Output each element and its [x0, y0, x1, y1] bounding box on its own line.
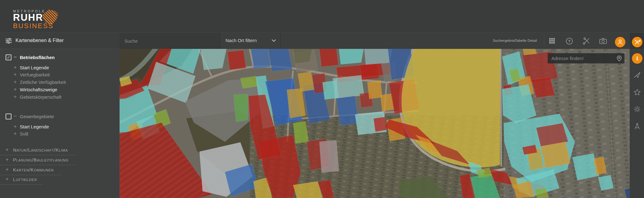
map-canvas[interactable] [120, 49, 630, 198]
aerial-map-with-parcel-overlay [120, 49, 630, 198]
layer-item-start-legende[interactable]: + Start Legende [0, 64, 120, 71]
expand-toggle[interactable]: + [14, 64, 17, 71]
aerial-grain-overlay [120, 49, 630, 198]
search-input[interactable] [120, 33, 220, 49]
table-icon[interactable] [548, 37, 557, 45]
link-suchergebnis[interactable]: Suchergebnis [493, 39, 515, 42]
checkbox-unchecked[interactable] [6, 114, 11, 119]
tools-button[interactable] [632, 37, 642, 47]
measure-icon[interactable] [633, 123, 641, 130]
expand-toggle[interactable]: + [6, 147, 9, 153]
layer-group-gewerbegebiete[interactable]: − Gewerbegebiete [0, 113, 120, 120]
collapse-toggle[interactable]: − [14, 54, 17, 60]
info-button[interactable]: i [632, 53, 642, 64]
toolbar-divider [544, 35, 544, 48]
checkbox-checked[interactable]: ✓ [6, 54, 11, 60]
toolbar: Kartenebenen & Filter Nach Ort filtern S… [0, 32, 644, 49]
tools-icon [634, 39, 641, 45]
scissors-icon[interactable] [582, 37, 591, 45]
user-account-button[interactable] [615, 37, 625, 47]
ruhr-region-hatched-logo-icon [42, 9, 59, 27]
expand-toggle[interactable]: + [14, 123, 17, 130]
help-icon[interactable]: ? [565, 37, 574, 45]
expand-toggle[interactable]: + [14, 86, 17, 93]
user-icon [617, 39, 624, 45]
settings-icon[interactable] [633, 105, 641, 113]
map-tools-rail: i [630, 49, 644, 198]
layer-item-wirtschaftszweige[interactable]: + Wirtschaftszweige [0, 86, 120, 93]
navigate-icon[interactable] [633, 71, 641, 79]
section-divider [0, 175, 61, 175]
layers-panel-header[interactable]: Kartenebenen & Filter [0, 33, 120, 49]
section-planung-bauleitplanung[interactable]: + Planung/Bauleitplanung [0, 157, 120, 163]
svg-text:i: i [636, 56, 638, 62]
filter-by-place-select[interactable]: Nach Ort filtern [221, 33, 281, 49]
layer-item-start-legende-2[interactable]: + Start Legende [0, 123, 120, 130]
layer-item-verfuegbarkeit[interactable]: + Verfuegbarkeit [0, 71, 120, 78]
top-header-bar: METROPOLE RUHR BUSINESS [0, 0, 644, 32]
map-pin-icon[interactable] [616, 55, 622, 62]
layer-group-betriebsflaechen[interactable]: ✓ − Betriebsflächen [0, 54, 120, 61]
address-search-input[interactable] [548, 53, 617, 63]
app-window: METROPOLE RUHR BUSINESS [0, 0, 644, 198]
filter-by-place-label: Nach Ort filtern [226, 38, 257, 43]
section-divider [0, 165, 76, 165]
section-karten-kommunen[interactable]: + Karten/Kommunen [0, 166, 120, 173]
expand-toggle[interactable]: + [14, 94, 17, 100]
info-icon: i [634, 55, 640, 62]
star-icon[interactable] [633, 88, 641, 96]
address-search-box [548, 53, 624, 63]
link-detail[interactable]: Detail [528, 39, 537, 42]
layer-item-svb[interactable]: + SvB [0, 131, 120, 137]
svg-text:?: ? [568, 39, 571, 44]
link-tabelle[interactable]: Tabelle [515, 39, 527, 42]
section-divider [0, 184, 43, 185]
collapse-toggle[interactable]: − [14, 113, 17, 119]
chevron-down-icon [272, 39, 276, 42]
layers-panel-title: Kartenebenen & Filter [15, 38, 64, 43]
expand-toggle[interactable]: + [14, 71, 17, 78]
layers-filter-icon [5, 37, 12, 44]
expand-toggle[interactable]: + [6, 176, 9, 182]
layers-sidebar: ✓ − Betriebsflächen + Start Legende + Ve… [0, 49, 120, 198]
section-natur-landschaft-klima[interactable]: + Natur/Landschaft/Klima [0, 147, 120, 153]
section-divider [0, 155, 76, 155]
expand-toggle[interactable]: + [14, 131, 17, 137]
search-field-wrap [120, 33, 220, 49]
expand-toggle[interactable]: + [6, 166, 9, 173]
expand-toggle[interactable]: + [14, 79, 17, 85]
layer-item-zeitliche-verfuegbarkeit[interactable]: + Zeitliche Verfügbarkeit [0, 79, 120, 86]
camera-icon[interactable] [599, 37, 607, 45]
expand-toggle[interactable]: + [6, 157, 9, 163]
section-luftbilder[interactable]: + Luftbilder [0, 176, 120, 183]
layer-item-gebietskoerperschaft[interactable]: + Gebietskörperschaft [0, 94, 120, 101]
